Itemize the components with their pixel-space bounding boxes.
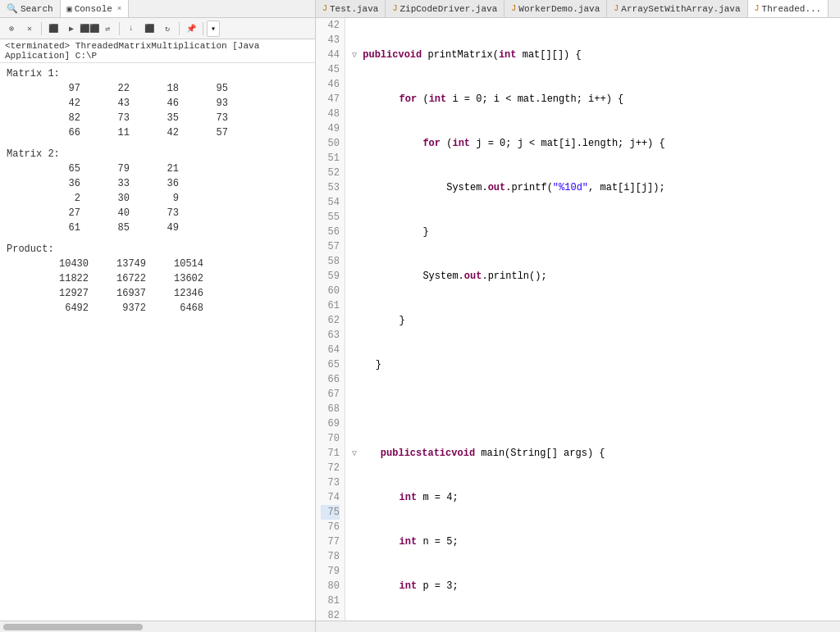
table-row: 129271693712346: [31, 286, 308, 301]
open-console-button[interactable]: ↻: [159, 20, 176, 37]
code-line-50: [352, 402, 833, 416]
java-icon-3: J: [511, 4, 516, 13]
table-row: 657921: [31, 161, 308, 176]
matrix1-data: 97221895 42434693 82733573 66114257: [7, 81, 308, 140]
console-tab[interactable]: ▣ Console ×: [61, 0, 130, 17]
left-horizontal-scrollbar[interactable]: [0, 621, 315, 632]
fold-icon-42[interactable]: ▽: [352, 49, 357, 61]
code-line-54: int p = 3;: [352, 579, 833, 593]
toolbar-separator-1: [41, 22, 42, 35]
word-wrap-button[interactable]: ⬛: [141, 20, 158, 37]
table-row: 66114257: [31, 125, 308, 140]
main-area: 🔍 Search ▣ Console × ⊗ ✕ ⬛ ▶ ⬛⬛ ⇌ ↓ ⬛ ↻ …: [0, 0, 840, 632]
clear-button[interactable]: ⬛: [45, 20, 62, 37]
code-line-47: System.out.println();: [352, 269, 833, 284]
matrix2-data: 657921 363336 2309 274073 618549: [7, 161, 308, 235]
code-line-49: }: [352, 357, 833, 372]
toolbar-separator-3: [179, 22, 180, 35]
code-line-53: int n = 5;: [352, 534, 833, 549]
matrix2-title: Matrix 2:: [7, 147, 308, 161]
search-icon: 🔍: [7, 3, 18, 14]
java-icon-2: J: [392, 4, 397, 13]
java-icon-5: J: [755, 4, 760, 13]
run-button[interactable]: ▶: [63, 20, 80, 37]
table-row: 2309: [31, 191, 308, 206]
switch-button[interactable]: ⇌: [99, 20, 116, 37]
editor-horizontal-scrollbar[interactable]: [316, 621, 840, 632]
console-tab-row: 🔍 Search ▣ Console ×: [0, 0, 315, 18]
table-row: 618549: [31, 221, 308, 235]
console-close-button[interactable]: ×: [117, 5, 121, 13]
tab-threaded-matrix[interactable]: J Threaded...: [748, 0, 829, 17]
fold-icon-51[interactable]: ▽: [352, 448, 357, 460]
code-area[interactable]: 42 43 44 45 46 47 48 49 50 51 52 53 54 5…: [316, 18, 840, 621]
toolbar-separator-4: [203, 22, 203, 35]
code-line-42: ▽ public void printMatrix(int mat[][]) {: [352, 48, 833, 62]
line-numbers: 42 43 44 45 46 47 48 49 50 51 52 53 54 5…: [316, 18, 345, 621]
product-title: Product:: [7, 242, 308, 257]
tab-label-1: Test.java: [330, 4, 378, 14]
product-data: 104301374910514 118221672213602 12927169…: [7, 257, 308, 316]
code-line-48: }: [352, 313, 833, 328]
table-row: 104301374910514: [31, 257, 308, 271]
table-row: 97221895: [31, 81, 308, 96]
table-row: 118221672213602: [31, 271, 308, 286]
code-line-44: for (int j = 0; j < mat[i].length; j++) …: [352, 136, 833, 151]
code-line-52: int m = 4;: [352, 490, 833, 505]
console-tab-label: Console: [75, 4, 112, 14]
scroll-lock-button[interactable]: ↓: [123, 20, 139, 37]
table-row: 274073: [31, 206, 308, 221]
tab-label-4: ArraySetWithArray.java: [621, 4, 740, 14]
java-icon-4: J: [614, 4, 619, 13]
java-icon-1: J: [322, 4, 327, 13]
remove-button[interactable]: ✕: [21, 20, 38, 37]
table-row: 82733573: [31, 111, 308, 125]
console-toolbar: ⊗ ✕ ⬛ ▶ ⬛⬛ ⇌ ↓ ⬛ ↻ 📌 ▾: [0, 18, 315, 39]
editor-tab-row: J Test.java J ZipCodeDriver.java J Worke…: [316, 0, 840, 18]
tab-zipcode-driver[interactable]: J ZipCodeDriver.java: [386, 0, 504, 17]
code-line-51: ▽ public static void main(String[] args)…: [352, 446, 833, 461]
toolbar-separator-2: [119, 22, 120, 35]
search-tab-label: Search: [21, 4, 53, 14]
table-row: 42434693: [31, 96, 308, 111]
tab-test-java[interactable]: J Test.java: [316, 0, 386, 17]
scrollbar-thumb[interactable]: [3, 624, 143, 630]
debug-button[interactable]: ⬛⬛: [81, 20, 98, 37]
tab-label-5: Threaded...: [762, 4, 822, 14]
tab-worker-demo[interactable]: J WorkerDemo.java: [504, 0, 607, 17]
console-icon: ▣: [67, 4, 72, 14]
tab-label-2: ZipCodeDriver.java: [399, 4, 497, 14]
code-line-46: }: [352, 225, 833, 239]
table-row: 363336: [31, 176, 308, 191]
search-tab[interactable]: 🔍 Search: [0, 0, 61, 17]
right-panel: J Test.java J ZipCodeDriver.java J Worke…: [316, 0, 840, 632]
tab-label-3: WorkerDemo.java: [518, 4, 600, 14]
view-menu[interactable]: ▾: [207, 20, 220, 37]
code-line-43: for (int i = 0; i < mat.length; i++) {: [352, 92, 833, 107]
status-text: <terminated> ThreadedMatrixMultiplicatio…: [5, 41, 259, 61]
table-row: 649293726468: [31, 301, 308, 316]
console-status: <terminated> ThreadedMatrixMultiplicatio…: [0, 39, 315, 63]
console-output[interactable]: Matrix 1: 97221895 42434693 82733573 661…: [0, 63, 315, 621]
pin-button[interactable]: 📌: [183, 20, 199, 37]
matrix1-title: Matrix 1:: [7, 66, 308, 81]
code-line-45: System.out.printf("%10d", mat[i][j]);: [352, 180, 833, 195]
tab-array-set[interactable]: J ArraySetWithArray.java: [607, 0, 747, 17]
code-content: ▽ public void printMatrix(int mat[][]) {…: [345, 18, 840, 621]
terminate-button[interactable]: ⊗: [3, 20, 20, 37]
left-panel: 🔍 Search ▣ Console × ⊗ ✕ ⬛ ▶ ⬛⬛ ⇌ ↓ ⬛ ↻ …: [0, 0, 316, 632]
